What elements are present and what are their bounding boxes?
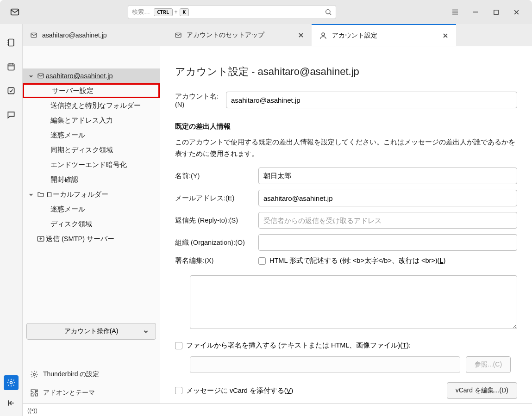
signature-label: 署名編集:(X) bbox=[175, 256, 258, 265]
account-actions-button[interactable]: アカウント操作(A) bbox=[26, 323, 156, 340]
replyto-label: 返信先 (Reply-to):(S) bbox=[175, 216, 258, 225]
spaces-addressbook-icon[interactable] bbox=[4, 35, 19, 50]
tree-account-root[interactable]: asahitaro@asahinet.jp bbox=[23, 68, 160, 83]
svg-rect-4 bbox=[8, 64, 14, 70]
html-signature-label: HTML 形式で記述する (例: <b>太字</b>、改行は <br>)(L) bbox=[269, 256, 445, 265]
tree-sync-disk[interactable]: 同期とディスク領域 bbox=[23, 143, 160, 157]
tree-server-settings[interactable]: サーバー設定 bbox=[23, 83, 160, 98]
status-bar: ((•)) bbox=[23, 404, 532, 416]
spaces-toolbar bbox=[0, 24, 23, 416]
outgoing-icon bbox=[36, 235, 46, 243]
svg-rect-3 bbox=[8, 39, 14, 46]
tab-account-settings[interactable]: アカウント設定 bbox=[312, 24, 456, 46]
spaces-chat-icon[interactable] bbox=[4, 107, 19, 122]
tree-smtp[interactable]: 送信 (SMTP) サーバー bbox=[23, 231, 160, 246]
spaces-settings-icon[interactable] bbox=[4, 375, 19, 390]
tab-account-setup[interactable]: アカウントのセットアップ bbox=[167, 24, 312, 46]
connection-icon: ((•)) bbox=[27, 407, 38, 414]
html-signature-checkbox[interactable] bbox=[258, 257, 266, 265]
file-signature-checkbox[interactable] bbox=[175, 342, 182, 349]
page-title: アカウント設定 - asahitaro@asahinet.jp bbox=[175, 65, 517, 79]
edit-vcard-button[interactable]: vCard を編集...(D) bbox=[447, 382, 517, 399]
svg-rect-2 bbox=[494, 10, 498, 14]
close-icon[interactable] bbox=[298, 32, 304, 38]
svg-point-9 bbox=[322, 33, 325, 36]
replyto-input[interactable] bbox=[258, 212, 517, 229]
tree-local-folders[interactable]: ローカルフォルダー bbox=[23, 187, 160, 202]
tree-composition[interactable]: 編集とアドレス入力 bbox=[23, 113, 160, 128]
name-label: 名前:(Y) bbox=[175, 172, 258, 180]
window-minimize-button[interactable] bbox=[471, 7, 480, 17]
tab-label: アカウント設定 bbox=[332, 31, 377, 40]
name-input[interactable] bbox=[258, 168, 517, 184]
mail-account-icon bbox=[36, 72, 46, 80]
global-search[interactable]: 検索… CTRL + K bbox=[128, 5, 336, 19]
svg-point-12 bbox=[33, 373, 36, 376]
chevron-down-icon bbox=[26, 73, 36, 79]
titlebar: 検索… CTRL + K bbox=[0, 0, 532, 24]
tab-label: アカウントのセットアップ bbox=[187, 31, 264, 39]
tree-receipts[interactable]: 開封確認 bbox=[23, 172, 160, 187]
addons-link[interactable]: アドオンとテーマ bbox=[26, 386, 156, 400]
email-label: メールアドレス:(E) bbox=[175, 194, 258, 203]
account-tree-sidebar: asahitaro@asahinet.jp サーバー設定 送信控えと特別なフォル… bbox=[23, 46, 160, 404]
spaces-tasks-icon[interactable] bbox=[4, 83, 19, 98]
thunderbird-settings-link[interactable]: Thunderbird の設定 bbox=[26, 367, 156, 381]
signature-file-input[interactable] bbox=[190, 356, 460, 373]
identity-heading: 既定の差出人情報 bbox=[175, 122, 517, 131]
svg-rect-5 bbox=[8, 87, 14, 93]
svg-point-1 bbox=[326, 10, 330, 14]
settings-pane: アカウント設定 - asahitaro@asahinet.jp アカウント名:(… bbox=[160, 46, 532, 404]
hamburger-menu-icon[interactable] bbox=[451, 7, 460, 17]
tab-bar: asahitaro@asahinet.jp アカウントのセットアップ アカウント… bbox=[23, 24, 532, 46]
gear-icon bbox=[30, 370, 38, 379]
tab-label: asahitaro@asahinet.jp bbox=[42, 31, 107, 39]
close-icon[interactable] bbox=[442, 32, 449, 39]
kbd-k: K bbox=[180, 8, 189, 16]
org-input[interactable] bbox=[258, 234, 517, 251]
tree-account-label: asahitaro@asahinet.jp bbox=[46, 72, 113, 80]
tree-copies-folders[interactable]: 送信控えと特別なフォルダー bbox=[23, 98, 160, 113]
folder-icon bbox=[36, 191, 46, 198]
tab-mail-account[interactable]: asahitaro@asahinet.jp bbox=[23, 24, 167, 46]
tree-junk[interactable]: 迷惑メール bbox=[23, 128, 160, 143]
chevron-down-icon bbox=[26, 192, 36, 197]
search-icon bbox=[325, 8, 332, 16]
spaces-calendar-icon[interactable] bbox=[4, 59, 19, 74]
window-maximize-button[interactable] bbox=[491, 7, 501, 17]
email-input[interactable] bbox=[258, 190, 517, 206]
mail-icon bbox=[175, 31, 182, 39]
kbd-ctrl: CTRL bbox=[154, 8, 173, 16]
puzzle-icon bbox=[30, 389, 38, 397]
identity-description: このアカウントで使用する既定の差出人情報を設定してください。これはメッセージの差… bbox=[175, 137, 517, 159]
app-mail-icon bbox=[10, 7, 20, 17]
account-name-label: アカウント名:(N) bbox=[175, 92, 226, 108]
browse-button[interactable]: 参照...(C) bbox=[466, 356, 511, 373]
account-name-input[interactable] bbox=[226, 92, 517, 108]
org-label: 組織 (Organization):(O) bbox=[175, 238, 258, 247]
signature-textarea[interactable] bbox=[190, 275, 517, 329]
search-placeholder: 検索… bbox=[132, 8, 150, 16]
tree-e2e[interactable]: エンドツーエンド暗号化 bbox=[23, 157, 160, 172]
account-settings-icon bbox=[319, 31, 327, 40]
svg-point-6 bbox=[10, 382, 13, 384]
file-signature-label: ファイルから署名を挿入する (テキストまたは HTML、画像ファイル)(T): bbox=[186, 341, 411, 350]
vcard-checkbox[interactable] bbox=[175, 387, 182, 394]
mail-icon bbox=[30, 31, 38, 39]
vcard-label: メッセージに vCard を添付する(V) bbox=[186, 386, 293, 395]
tree-local-junk[interactable]: 迷惑メール bbox=[23, 202, 160, 217]
window-close-button[interactable] bbox=[512, 7, 521, 17]
tree-local-disk[interactable]: ディスク領域 bbox=[23, 217, 160, 231]
spaces-collapse-icon[interactable] bbox=[4, 396, 19, 410]
chevron-down-icon bbox=[143, 328, 149, 335]
